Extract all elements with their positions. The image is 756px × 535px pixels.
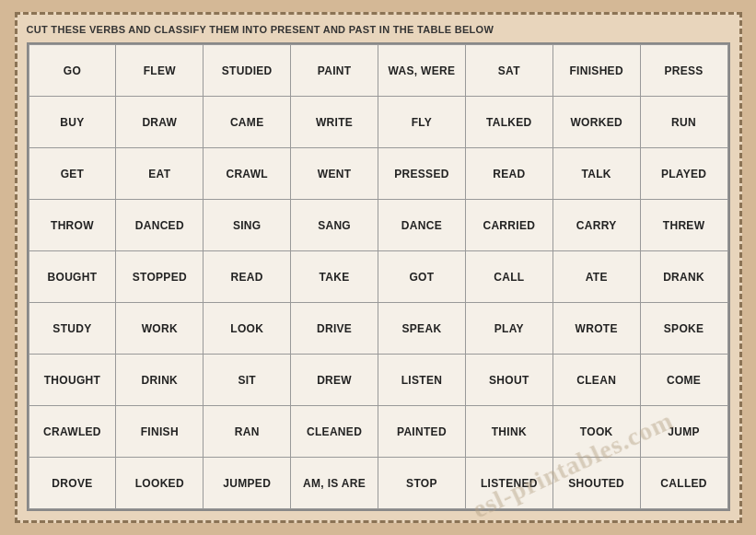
verb-cell: SPOKE (640, 303, 727, 355)
verb-cell: LISTEN (378, 355, 466, 406)
verb-table: GOFLEWSTUDIEDPAINTWAS, WERESATFINISHEDPR… (29, 44, 728, 509)
verb-cell: PRESS (640, 45, 727, 97)
verb-cell: DRIVE (291, 303, 378, 355)
verb-cell: PLAY (465, 303, 552, 355)
table-row: CRAWLEDFINISHRANCLEANEDPAINTEDTHINKTOOKJ… (29, 406, 727, 458)
verb-cell: THOUGHT (29, 355, 116, 406)
verb-cell: CARRIED (465, 200, 552, 251)
verb-cell: WRITE (291, 97, 378, 148)
verb-cell: DRINK (116, 355, 204, 406)
verb-table-container: GOFLEWSTUDIEDPAINTWAS, WERESATFINISHEDPR… (27, 42, 730, 511)
verb-cell: CAME (204, 97, 291, 148)
verb-cell: DRAW (116, 97, 204, 148)
verb-cell: THINK (465, 406, 552, 458)
verb-cell: CALLED (640, 458, 727, 509)
verb-cell: FINISHED (552, 45, 640, 97)
verb-cell: TALKED (465, 97, 552, 148)
verb-cell: SAT (465, 45, 552, 97)
verb-cell: SHOUT (465, 355, 552, 406)
verb-cell: THROW (29, 200, 116, 251)
verb-cell: TALK (552, 148, 640, 200)
verb-cell: GOT (378, 251, 466, 303)
table-row: THROWDANCEDSINGSANGDANCECARRIEDCARRYTHRE… (29, 200, 727, 251)
verb-cell: PLAYED (640, 148, 727, 200)
verb-cell: DANCED (116, 200, 204, 251)
verb-cell: CARRY (552, 200, 640, 251)
verb-cell: SPEAK (378, 303, 466, 355)
verb-cell: STUDY (29, 303, 116, 355)
verb-cell: CLEANED (291, 406, 378, 458)
verb-cell: SIT (204, 355, 291, 406)
verb-cell: SHOUTED (552, 458, 640, 509)
verb-cell: JUMP (640, 406, 727, 458)
verb-cell: GO (29, 45, 116, 97)
table-row: BUYDRAWCAMEWRITEFLYTALKEDWORKEDRUN (29, 97, 727, 148)
verb-cell: LOOKED (116, 458, 204, 509)
verb-cell: STUDIED (204, 45, 291, 97)
verb-cell: DRANK (640, 251, 727, 303)
verb-cell: CLEAN (552, 355, 640, 406)
table-row: GETEATCRAWLWENTPRESSEDREADTALKPLAYED (29, 148, 727, 200)
verb-cell: RUN (640, 97, 727, 148)
table-row: DROVELOOKEDJUMPEDAM, IS ARESTOPLISTENEDS… (29, 458, 727, 509)
verb-cell: CRAWLED (29, 406, 116, 458)
verb-cell: JUMPED (204, 458, 291, 509)
verb-cell: STOP (378, 458, 466, 509)
table-row: THOUGHTDRINKSITDREWLISTENSHOUTCLEANCOME (29, 355, 727, 406)
verb-cell: FLY (378, 97, 466, 148)
worksheet-container: CUT THESE VERBS AND CLASSIFY THEM INTO P… (15, 12, 742, 523)
verb-cell: FLEW (116, 45, 204, 97)
verb-cell: WAS, WERE (378, 45, 466, 97)
instruction-text: CUT THESE VERBS AND CLASSIFY THEM INTO P… (27, 24, 730, 35)
verb-cell: EAT (116, 148, 204, 200)
verb-cell: LISTENED (465, 458, 552, 509)
verb-cell: WENT (291, 148, 378, 200)
verb-cell: LOOK (204, 303, 291, 355)
verb-cell: GET (29, 148, 116, 200)
verb-cell: DROVE (29, 458, 116, 509)
verb-cell: SANG (291, 200, 378, 251)
verb-cell: BUY (29, 97, 116, 148)
table-row: BOUGHTSTOPPEDREADTAKEGOTCALLATEDRANK (29, 251, 727, 303)
verb-cell: DREW (291, 355, 378, 406)
verb-cell: TOOK (552, 406, 640, 458)
verb-cell: CALL (465, 251, 552, 303)
verb-cell: WORK (116, 303, 204, 355)
verb-cell: THREW (640, 200, 727, 251)
verb-cell: SING (204, 200, 291, 251)
verb-cell: FINISH (116, 406, 204, 458)
verb-cell: RAN (204, 406, 291, 458)
table-row: STUDYWORKLOOKDRIVESPEAKPLAYWROTESPOKE (29, 303, 727, 355)
verb-cell: READ (465, 148, 552, 200)
verb-cell: PRESSED (378, 148, 466, 200)
verb-cell: PAINTED (378, 406, 466, 458)
verb-cell: READ (204, 251, 291, 303)
verb-cell: COME (640, 355, 727, 406)
verb-cell: BOUGHT (29, 251, 116, 303)
verb-cell: PAINT (291, 45, 378, 97)
verb-cell: AM, IS ARE (291, 458, 378, 509)
verb-cell: TAKE (291, 251, 378, 303)
verb-cell: WORKED (552, 97, 640, 148)
verb-cell: ATE (552, 251, 640, 303)
verb-cell: DANCE (378, 200, 466, 251)
verb-cell: CRAWL (204, 148, 291, 200)
table-row: GOFLEWSTUDIEDPAINTWAS, WERESATFINISHEDPR… (29, 45, 727, 97)
verb-cell: STOPPED (116, 251, 204, 303)
verb-cell: WROTE (552, 303, 640, 355)
